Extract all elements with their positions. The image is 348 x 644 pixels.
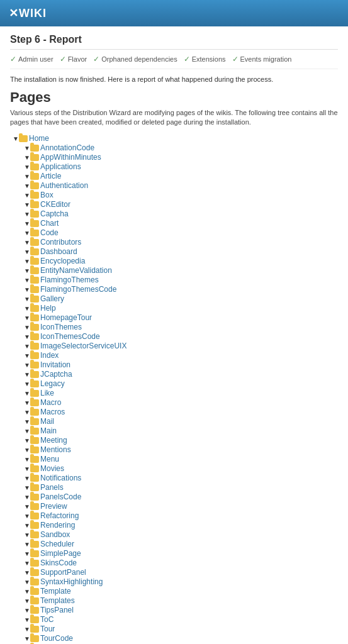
expand-icon[interactable]: ▼ [24,164,30,170]
tree-item-link[interactable]: Mail [40,417,54,426]
expand-icon[interactable]: ▼ [24,239,30,246]
expand-icon[interactable]: ▼ [24,569,30,576]
expand-icon[interactable]: ▼ [24,267,30,274]
expand-icon[interactable]: ▼ [24,616,30,623]
tree-item-link[interactable]: FlamingoThemesCode [40,285,116,294]
tree-item-link[interactable]: Panels [40,483,64,492]
tree-item-link[interactable]: ToC [40,615,53,624]
tree-item-link[interactable]: Help [40,304,56,313]
tree-item-link[interactable]: ImageSelectorServiceUIX [40,341,126,350]
tree-item-link[interactable]: Scheduler [40,540,74,548]
expand-icon[interactable]: ▼ [24,579,30,586]
tree-item-link[interactable]: SyntaxHighlighting [40,577,103,586]
expand-icon[interactable]: ▼ [24,550,30,557]
tree-item-link[interactable]: Refactoring [40,511,79,520]
expand-icon[interactable]: ▼ [24,626,30,633]
tree-item-link[interactable]: JCaptcha [40,370,72,379]
tree-item-link[interactable]: Preview [40,502,67,511]
expand-icon[interactable]: ▼ [24,531,30,538]
expand-icon[interactable]: ▼ [24,465,30,472]
tree-item-link[interactable]: Movies [40,464,64,473]
tree-item-link[interactable]: Macros [40,408,65,416]
tree-item-link[interactable]: SimplePage [40,549,81,558]
expand-icon[interactable]: ▼ [24,182,30,189]
expand-icon[interactable]: ▼ [24,362,30,369]
tree-item-link[interactable]: Meeting [40,436,67,445]
tree-item-link[interactable]: Macro [40,398,61,407]
expand-icon[interactable]: ▼ [24,607,30,614]
expand-icon[interactable]: ▼ [24,475,30,482]
expand-icon[interactable]: ▼ [24,541,30,548]
expand-icon[interactable]: ▼ [24,343,30,350]
tree-item-link[interactable]: Sandbox [40,530,70,539]
tree-item-link[interactable]: Captcha [40,209,69,218]
expand-icon[interactable]: ▼ [24,258,30,265]
tree-item-link[interactable]: PanelsCode [40,492,81,501]
tree-item-link[interactable]: Index [40,351,59,360]
tree-item-link[interactable]: Applications [40,162,81,171]
tree-item-link[interactable]: Box [40,191,53,199]
expand-icon[interactable]: ▼ [24,314,30,321]
tree-item-link[interactable]: Authentication [40,181,88,190]
expand-icon[interactable]: ▼ [24,380,30,387]
expand-icon[interactable]: ▼ [24,409,30,416]
expand-icon[interactable]: ▼ [24,173,30,180]
expand-icon[interactable]: ▼ [24,192,30,199]
tree-item-link[interactable]: EntityNameValidation [40,266,112,275]
tree-item-link[interactable]: CKEditor [40,200,70,209]
tree-root-link[interactable]: Home [29,134,49,143]
tree-item-link[interactable]: Contributors [40,238,81,247]
tree-item-link[interactable]: Encyclopedia [40,257,85,265]
tree-item-link[interactable]: Menu [40,455,59,464]
tree-item-link[interactable]: Template [40,587,71,596]
expand-icon[interactable]: ▼ [24,503,30,510]
expand-icon[interactable]: ▼ [24,456,30,463]
tree-item-link[interactable]: Tour [40,625,55,633]
expand-icon[interactable]: ▼ [24,522,30,529]
tree-item-link[interactable]: SkinsCode [40,558,77,567]
tree-item-link[interactable]: Chart [40,219,59,228]
expand-icon[interactable]: ▼ [24,588,30,595]
tree-item-link[interactable]: IconThemes [40,323,82,331]
expand-icon[interactable]: ▼ [24,437,30,444]
expand-icon[interactable]: ▼ [13,135,19,142]
expand-icon[interactable]: ▼ [24,211,30,218]
expand-icon[interactable]: ▼ [24,418,30,425]
tree-item-link[interactable]: TipsPanel [40,606,74,614]
tree-item-link[interactable]: Mentions [40,445,71,454]
tree-item-link[interactable]: Notifications [40,474,81,482]
expand-icon[interactable]: ▼ [24,154,30,161]
tree-item-link[interactable]: TourCode [40,634,73,643]
expand-icon[interactable]: ▼ [24,399,30,406]
tree-item-link[interactable]: IconThemesCode [40,332,100,341]
expand-icon[interactable]: ▼ [24,333,30,340]
expand-icon[interactable]: ▼ [24,597,30,604]
expand-icon[interactable]: ▼ [24,371,30,378]
expand-icon[interactable]: ▼ [24,201,30,208]
expand-icon[interactable]: ▼ [24,277,30,284]
expand-icon[interactable]: ▼ [24,220,30,227]
expand-icon[interactable]: ▼ [24,145,30,152]
tree-item-link[interactable]: Article [40,172,61,180]
tree-item-link[interactable]: SupportPanel [40,568,86,577]
expand-icon[interactable]: ▼ [24,635,30,642]
tree-item-link[interactable]: Legacy [40,379,65,388]
tree-item-link[interactable]: Gallery [40,294,64,303]
expand-icon[interactable]: ▼ [24,428,30,435]
expand-icon[interactable]: ▼ [24,324,30,331]
tree-item-link[interactable]: Main [40,426,57,435]
expand-icon[interactable]: ▼ [24,447,30,453]
tree-item-link[interactable]: Templates [40,596,75,605]
expand-icon[interactable]: ▼ [24,560,30,567]
tree-item-link[interactable]: Rendering [40,521,75,530]
expand-icon[interactable]: ▼ [24,484,30,491]
expand-icon[interactable]: ▼ [24,390,30,397]
tree-item-link[interactable]: Code [40,228,59,237]
tree-item-link[interactable]: Invitation [40,360,70,369]
expand-icon[interactable]: ▼ [24,230,30,236]
expand-icon[interactable]: ▼ [24,494,30,501]
expand-icon[interactable]: ▼ [24,352,30,359]
tree-item-link[interactable]: HomepageTour [40,313,92,322]
tree-item-link[interactable]: FlamingoThemes [40,275,99,284]
tree-item-link[interactable]: Dashboard [40,247,77,256]
